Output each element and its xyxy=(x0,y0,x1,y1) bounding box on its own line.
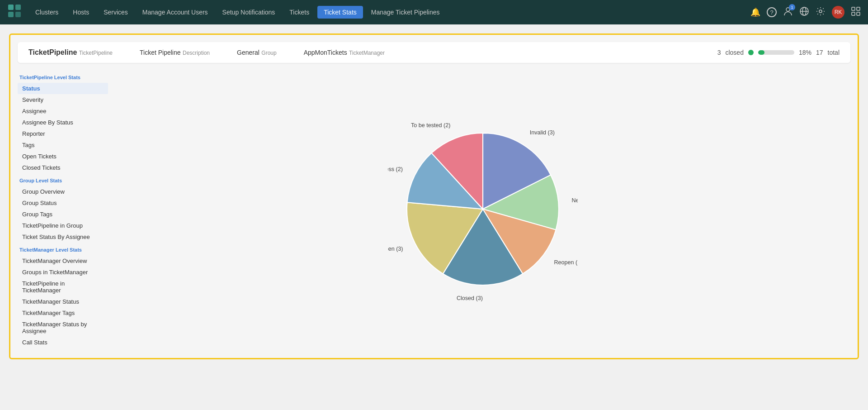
sidebar-item-group-tags[interactable]: Group Tags xyxy=(18,209,108,220)
pipeline-header: TicketPipeline TicketPipeline Ticket Pip… xyxy=(18,42,850,63)
bell-icon[interactable]: 🔔 xyxy=(750,7,760,17)
svg-rect-9 xyxy=(852,7,855,10)
globe-icon[interactable] xyxy=(799,6,809,19)
sidebar-item-group-status[interactable]: Group Status xyxy=(18,197,108,209)
navbar: Clusters Hosts Services Manage Account U… xyxy=(0,0,868,24)
settings-icon[interactable] xyxy=(816,6,826,19)
body-layout: TicketPipeline Level Stats Status Severi… xyxy=(18,70,850,348)
nav-item-manage-ticket-pipelines[interactable]: Manage Ticket Pipelines xyxy=(365,6,446,19)
sidebar-item-open-tickets[interactable]: Open Tickets xyxy=(18,151,108,162)
user-icon[interactable]: 1 xyxy=(783,6,793,19)
sidebar-item-assignee[interactable]: Assignee xyxy=(18,105,108,117)
sidebar-item-ticketpipeline-in-group[interactable]: TicketPipeline in Group xyxy=(18,220,108,231)
svg-point-8 xyxy=(819,10,822,13)
nav-item-clusters[interactable]: Clusters xyxy=(29,6,65,19)
nav-item-setup-notifications[interactable]: Setup Notifications xyxy=(216,6,282,19)
nav-item-ticket-stats[interactable]: Ticket Stats xyxy=(317,6,363,19)
notification-badge: 1 xyxy=(789,4,795,10)
nav-item-services[interactable]: Services xyxy=(97,6,134,19)
svg-rect-2 xyxy=(8,12,14,17)
svg-rect-11 xyxy=(852,12,855,15)
progress-fill xyxy=(758,50,764,55)
pie-chart: Invalid (3)Next release (2)Reopen (2)Clo… xyxy=(388,114,578,304)
sidebar-item-reporter[interactable]: Reporter xyxy=(18,128,108,139)
sidebar-item-groups-in-ticketmanager[interactable]: Groups in TicketManager xyxy=(18,267,108,278)
nav-item-tickets[interactable]: Tickets xyxy=(283,6,316,19)
svg-text:In progress (2): In progress (2) xyxy=(388,166,403,172)
svg-text:Closed (3): Closed (3) xyxy=(457,295,483,301)
sidebar-item-ticketpipeline-in-ticketmanager[interactable]: TicketPipeline in TicketManager xyxy=(18,278,108,296)
svg-text:Next release (2): Next release (2) xyxy=(572,197,578,204)
avatar[interactable]: RK xyxy=(832,6,844,19)
closed-dot xyxy=(748,50,754,55)
sidebar-item-ticketmanager-tags[interactable]: TicketManager Tags xyxy=(18,307,108,319)
sidebar-item-assignee-by-status[interactable]: Assignee By Status xyxy=(18,117,108,128)
pipeline-description: Ticket Pipeline Description xyxy=(140,48,210,57)
main-content: TicketPipeline TicketPipeline Ticket Pip… xyxy=(0,24,868,368)
sidebar-item-closed-tickets[interactable]: Closed Tickets xyxy=(18,162,108,173)
nav-icons: 🔔 ? 1 RK xyxy=(750,6,861,19)
sidebar-section-group: Group Level Stats xyxy=(18,178,108,183)
sidebar: TicketPipeline Level Stats Status Severi… xyxy=(18,70,108,348)
sidebar-item-ticketmanager-status-by-assignee[interactable]: TicketManager Status by Assignee xyxy=(18,319,108,337)
svg-text:Invalid (3): Invalid (3) xyxy=(530,129,555,136)
svg-text:Open (3): Open (3) xyxy=(388,246,403,252)
sidebar-item-group-overview[interactable]: Group Overview xyxy=(18,186,108,197)
svg-rect-0 xyxy=(8,5,14,10)
logo-icon[interactable] xyxy=(7,4,22,21)
sidebar-item-ticket-status-by-assignee[interactable]: Ticket Status By Assignee xyxy=(18,231,108,243)
svg-rect-12 xyxy=(857,12,860,15)
svg-rect-3 xyxy=(15,12,21,17)
sidebar-item-severity[interactable]: Severity xyxy=(18,94,108,105)
sidebar-item-status[interactable]: Status xyxy=(18,83,108,94)
nav-item-hosts[interactable]: Hosts xyxy=(66,6,95,19)
sidebar-item-tags[interactable]: Tags xyxy=(18,139,108,151)
pipeline-stats: 3 closed 18% 17 total xyxy=(717,49,840,56)
sidebar-item-call-stats[interactable]: Call Stats xyxy=(18,337,108,348)
svg-text:To be tested (2): To be tested (2) xyxy=(411,122,451,129)
chart-area: Invalid (3)Next release (2)Reopen (2)Clo… xyxy=(115,70,850,348)
pipeline-group: General Group xyxy=(237,48,277,57)
nav-item-manage-account-users[interactable]: Manage Account Users xyxy=(136,6,214,19)
svg-rect-10 xyxy=(857,7,860,10)
grid-icon[interactable] xyxy=(851,6,861,19)
outer-card: TicketPipeline TicketPipeline Ticket Pip… xyxy=(9,33,859,359)
sidebar-section-ticketmanager: TicketManager Level Stats xyxy=(18,247,108,253)
svg-rect-1 xyxy=(15,5,21,10)
sidebar-item-ticketmanager-overview[interactable]: TicketManager Overview xyxy=(18,255,108,267)
pipeline-name: TicketPipeline TicketPipeline xyxy=(28,48,113,57)
sidebar-section-ticketpipeline: TicketPipeline Level Stats xyxy=(18,75,108,80)
svg-text:Reopen (2): Reopen (2) xyxy=(554,259,578,266)
sidebar-item-ticketmanager-status[interactable]: TicketManager Status xyxy=(18,296,108,307)
progress-bar xyxy=(758,50,794,55)
help-icon[interactable]: ? xyxy=(767,7,777,17)
pipeline-manager: AppMonTickets TicketManager xyxy=(304,48,385,57)
